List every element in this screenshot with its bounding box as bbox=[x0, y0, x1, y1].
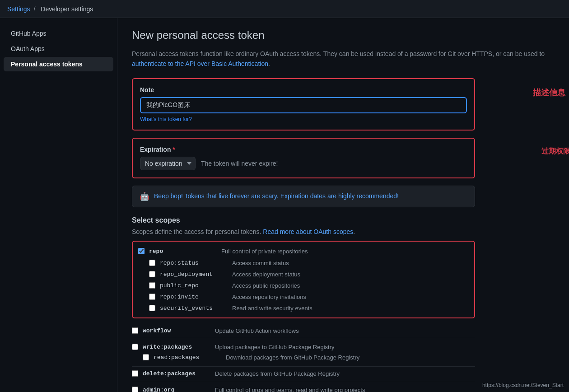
scope-desc-workflow: Update GitHub Action workflows bbox=[215, 327, 475, 334]
breadcrumb: Settings / Developer settings bbox=[7, 5, 95, 13]
expiration-note: The token will never expire! bbox=[201, 160, 278, 167]
scope-checkbox-security-events[interactable] bbox=[149, 305, 155, 311]
expiration-section: Expiration * 30 days 60 days 90 days Cus… bbox=[132, 138, 475, 178]
note-annotation: 描述信息 bbox=[533, 87, 565, 98]
expiration-annotation: 过期权限,选择最后一项,永不过期 bbox=[541, 147, 569, 156]
sidebar: GitHub Apps OAuth Apps Personal access t… bbox=[0, 18, 117, 392]
scope-row-security-events: security_events Read and write security … bbox=[138, 303, 469, 314]
note-hint: What's this token for? bbox=[140, 116, 467, 122]
scope-name-delete-packages: delete:packages bbox=[143, 370, 215, 377]
scope-desc-admin-org: Full control of orgs and teams, read and… bbox=[215, 387, 475, 392]
warning-icon: 🤖 bbox=[140, 191, 149, 201]
scope-checkbox-repo-deployment[interactable] bbox=[149, 271, 155, 277]
scopes-title: Select scopes bbox=[132, 216, 555, 224]
scope-name-admin-org: admin:org bbox=[143, 387, 215, 392]
scope-name-repo-invite: repo:invite bbox=[160, 294, 232, 300]
scope-desc-repo-deployment: Access deployment status bbox=[232, 271, 469, 278]
note-input[interactable] bbox=[140, 97, 467, 113]
scope-name-workflow: workflow bbox=[143, 327, 215, 334]
scope-name-security-events: security_events bbox=[160, 305, 232, 312]
scope-row-workflow: workflow Update GitHub Action workflows bbox=[132, 324, 475, 338]
scope-name-repo-status: repo:status bbox=[160, 260, 232, 266]
note-section: Note What's this token for? bbox=[132, 78, 475, 131]
scope-checkbox-workflow[interactable] bbox=[132, 327, 138, 334]
scope-name-read-packages: read:packages bbox=[154, 354, 226, 361]
warning-text: Beep bop! Tokens that live forever are s… bbox=[154, 191, 399, 201]
scope-name-public-repo: public_repo bbox=[160, 282, 232, 289]
sidebar-item-github-apps[interactable]: GitHub Apps bbox=[4, 26, 113, 41]
expiration-label: Expiration * bbox=[140, 146, 467, 153]
breadcrumb-current: Developer settings bbox=[41, 5, 93, 13]
scope-desc-repo: Full control of private repositories bbox=[221, 248, 469, 255]
breadcrumb-separator: / bbox=[33, 5, 35, 13]
scope-desc-repo-invite: Access repository invitations bbox=[232, 294, 469, 300]
topbar: Settings / Developer settings bbox=[0, 0, 569, 18]
scope-row-repo: repo Full control of private repositorie… bbox=[138, 245, 469, 257]
bottom-url: https://blog.csdn.net/Steven_Start bbox=[482, 382, 564, 388]
scope-checkbox-read-packages[interactable] bbox=[143, 354, 149, 360]
scope-checkbox-public-repo[interactable] bbox=[149, 282, 155, 289]
scope-checkbox-delete-packages[interactable] bbox=[132, 370, 138, 377]
scope-checkbox-repo-status[interactable] bbox=[149, 260, 155, 266]
sidebar-item-oauth-apps[interactable]: OAuth Apps bbox=[4, 42, 113, 56]
api-auth-link[interactable]: authenticate to the API over Basic Authe… bbox=[132, 60, 268, 67]
scope-checkbox-admin-org[interactable] bbox=[132, 387, 138, 392]
scope-row-write-packages: write:packages Upload packages to GitHub… bbox=[132, 338, 475, 367]
scope-desc-write-packages: Upload packages to GitHub Package Regist… bbox=[215, 344, 475, 350]
scope-checkbox-write-packages[interactable] bbox=[132, 344, 138, 350]
scope-name-write-packages: write:packages bbox=[143, 344, 215, 350]
warning-box: 🤖 Beep bop! Tokens that live forever are… bbox=[132, 186, 475, 207]
scope-checkbox-repo[interactable] bbox=[138, 248, 145, 254]
scope-name-repo-deployment: repo_deployment bbox=[160, 271, 232, 278]
expiration-select[interactable]: 30 days 60 days 90 days Custom... No exp… bbox=[140, 157, 196, 170]
scope-row-repo-deployment: repo_deployment Access deployment status bbox=[138, 269, 469, 280]
scopes-section: Select scopes Scopes define the access f… bbox=[132, 216, 555, 392]
note-label: Note bbox=[140, 86, 467, 93]
scope-row-repo-invite: repo:invite Access repository invitation… bbox=[138, 291, 469, 303]
main-content: New personal access token Personal acces… bbox=[117, 18, 569, 392]
settings-link[interactable]: Settings bbox=[7, 5, 30, 13]
scope-desc-public-repo: Access public repositories bbox=[232, 282, 469, 289]
layout: GitHub Apps OAuth Apps Personal access t… bbox=[0, 18, 569, 392]
scope-desc-security-events: Read and write security events bbox=[232, 305, 469, 312]
scopes-desc: Scopes define the access for personal to… bbox=[132, 228, 555, 235]
scope-row-repo-status: repo:status Access commit status bbox=[138, 257, 469, 269]
scope-desc-repo-status: Access commit status bbox=[232, 260, 469, 266]
oauth-scopes-link[interactable]: Read more about OAuth scopes bbox=[263, 228, 353, 235]
scope-row-delete-packages: delete:packages Delete packages from Git… bbox=[132, 367, 475, 381]
scope-desc-delete-packages: Delete packages from GitHub Package Regi… bbox=[215, 370, 475, 377]
scope-checkbox-repo-invite[interactable] bbox=[149, 294, 155, 300]
scope-row-admin-org: admin:org Full control of orgs and teams… bbox=[132, 381, 475, 392]
page-title: New personal access token bbox=[132, 29, 555, 42]
scope-desc-read-packages: Download packages from GitHub Package Re… bbox=[226, 354, 475, 361]
sidebar-item-personal-access-tokens[interactable]: Personal access tokens bbox=[4, 57, 113, 71]
scope-repo-group: repo Full control of private repositorie… bbox=[132, 241, 475, 318]
scope-name-repo: repo bbox=[149, 248, 221, 255]
scope-row-public-repo: public_repo Access public repositories bbox=[138, 280, 469, 291]
description: Personal access tokens function like ord… bbox=[132, 49, 555, 69]
